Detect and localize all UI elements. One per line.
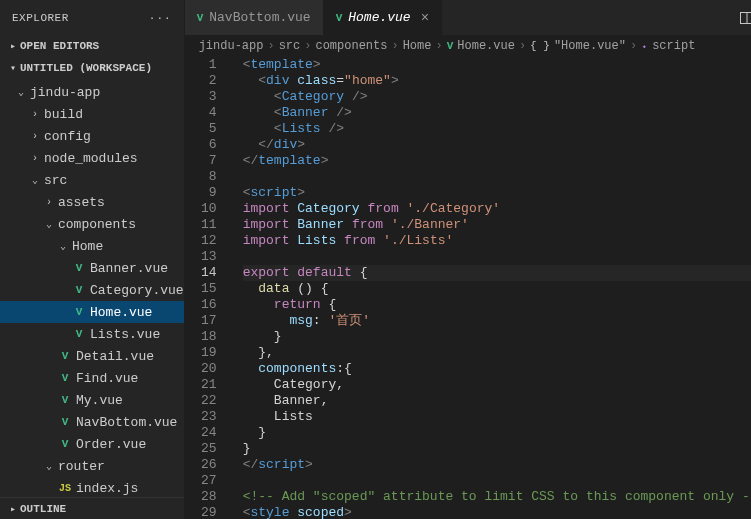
chevron-down-icon: ⌄ [28, 174, 42, 186]
section-label: OPEN EDITORS [20, 40, 99, 52]
tree-file-home-vue[interactable]: VHome.vue [0, 301, 184, 323]
code-line[interactable]: } [243, 329, 751, 345]
chevron-right-icon: › [28, 153, 42, 164]
code-line[interactable]: <div class="home"> [243, 73, 751, 89]
tree-file-banner[interactable]: VBanner.vue [0, 257, 184, 279]
tree-folder-home[interactable]: ⌄Home [0, 235, 184, 257]
code-line[interactable] [243, 249, 751, 265]
code-line[interactable]: import Lists from './Lists' [243, 233, 751, 249]
code-line[interactable]: <Category /> [243, 89, 751, 105]
vue-icon: V [76, 328, 83, 340]
code-line[interactable]: } [243, 441, 751, 457]
code-line[interactable] [243, 169, 751, 185]
code-line[interactable]: msg: '首页' [243, 313, 751, 329]
code-content[interactable]: <template> <div class="home"> <Category … [229, 57, 751, 519]
chevron-down-icon: ▾ [6, 62, 20, 74]
file-tree: ⌄jindu-app ›build ›config ›node_modules … [0, 79, 184, 497]
code-line[interactable]: data () { [243, 281, 751, 297]
code-line[interactable]: components:{ [243, 361, 751, 377]
chevron-down-icon: ⌄ [14, 86, 28, 98]
vue-icon: V [62, 394, 69, 406]
tree-folder-root[interactable]: ⌄jindu-app [0, 81, 184, 103]
breadcrumb-item[interactable]: jindu-app [199, 39, 264, 53]
tree-folder-config[interactable]: ›config [0, 125, 184, 147]
split-editor-icon[interactable] [739, 10, 751, 26]
code-line[interactable]: }, [243, 345, 751, 361]
chevron-right-icon: › [42, 197, 56, 208]
vue-icon: V [62, 438, 69, 450]
code-line[interactable]: return { [243, 297, 751, 313]
section-workspace[interactable]: ▾ UNTITLED (WORKSPACE) [0, 57, 184, 79]
code-line[interactable]: import Category from './Category' [243, 201, 751, 217]
tab-label: NavBottom.vue [209, 10, 310, 25]
chevron-right-icon: › [28, 109, 42, 120]
tree-folder-components[interactable]: ⌄components [0, 213, 184, 235]
line-number-gutter: 1234567891011121314151617181920212223242… [185, 57, 229, 519]
chevron-down-icon: ⌄ [42, 460, 56, 472]
section-label: OUTLINE [20, 503, 66, 515]
code-line[interactable]: </template> [243, 153, 751, 169]
chevron-right-icon: ▸ [6, 40, 20, 52]
tree-file-my[interactable]: VMy.vue [0, 389, 184, 411]
code-line[interactable] [243, 473, 751, 489]
tree-folder-build[interactable]: ›build [0, 103, 184, 125]
code-line[interactable]: Category, [243, 377, 751, 393]
tree-file-detail[interactable]: VDetail.vue [0, 345, 184, 367]
tree-folder-assets[interactable]: ›assets [0, 191, 184, 213]
tree-folder-router[interactable]: ⌄router [0, 455, 184, 477]
breadcrumb-item[interactable]: VHome.vue [447, 39, 515, 53]
section-outline[interactable]: ▸ OUTLINE [0, 497, 184, 519]
svg-rect-0 [741, 12, 751, 23]
code-line[interactable]: <script> [243, 185, 751, 201]
tree-folder-src[interactable]: ⌄src [0, 169, 184, 191]
tab-bar: V NavBottom.vue V Home.vue × [185, 0, 751, 35]
tree-file-order[interactable]: VOrder.vue [0, 433, 184, 455]
tab-navbottom[interactable]: V NavBottom.vue [185, 0, 324, 35]
tree-file-find[interactable]: VFind.vue [0, 367, 184, 389]
section-open-editors[interactable]: ▸ OPEN EDITORS [0, 35, 184, 57]
symbol-icon: ⬩ [641, 40, 648, 52]
vue-icon: V [62, 350, 69, 362]
code-line[interactable]: export default { [243, 265, 751, 281]
code-line[interactable]: Banner, [243, 393, 751, 409]
code-line[interactable]: import Banner from './Banner' [243, 217, 751, 233]
breadcrumb-item[interactable]: components [315, 39, 387, 53]
code-line[interactable]: Lists [243, 409, 751, 425]
explorer-header: EXPLORER ··· [0, 0, 184, 35]
vue-icon: V [197, 12, 204, 24]
tree-file-index-js[interactable]: JSindex.js [0, 477, 184, 497]
explorer-title: EXPLORER [12, 12, 69, 24]
tree-file-category[interactable]: VCategory.vue [0, 279, 184, 301]
tree-folder-node-modules[interactable]: ›node_modules [0, 147, 184, 169]
vue-icon: V [76, 284, 83, 296]
chevron-down-icon: ⌄ [56, 240, 70, 252]
code-line[interactable]: <style scoped> [243, 505, 751, 519]
code-line[interactable]: } [243, 425, 751, 441]
close-icon[interactable]: × [417, 10, 429, 26]
breadcrumb-item[interactable]: ⬩script [641, 39, 695, 53]
breadcrumb-item[interactable]: Home [403, 39, 432, 53]
code-line[interactable]: <!-- Add "scoped" attribute to limit CSS… [243, 489, 751, 505]
breadcrumb-item[interactable]: { }"Home.vue" [530, 39, 626, 53]
code-line[interactable]: </script> [243, 457, 751, 473]
tree-file-lists[interactable]: VLists.vue [0, 323, 184, 345]
tab-home[interactable]: V Home.vue × [324, 0, 442, 35]
code-line[interactable]: <Lists /> [243, 121, 751, 137]
vue-icon: V [62, 416, 69, 428]
vue-icon: V [76, 306, 83, 318]
more-icon[interactable]: ··· [149, 12, 172, 24]
section-label: UNTITLED (WORKSPACE) [20, 62, 152, 74]
braces-icon: { } [530, 40, 550, 52]
tab-label: Home.vue [348, 10, 410, 25]
tree-file-navbottom[interactable]: VNavBottom.vue [0, 411, 184, 433]
code-line[interactable]: </div> [243, 137, 751, 153]
explorer-sidebar: EXPLORER ··· ▸ OPEN EDITORS ▾ UNTITLED (… [0, 0, 185, 519]
editor-area: V NavBottom.vue V Home.vue × jindu-app› … [185, 0, 751, 519]
vue-icon: V [76, 262, 83, 274]
code-line[interactable]: <Banner /> [243, 105, 751, 121]
vue-icon: V [336, 12, 343, 24]
breadcrumb-item[interactable]: src [279, 39, 301, 53]
vue-icon: V [62, 372, 69, 384]
code-line[interactable]: <template> [243, 57, 751, 73]
code-editor[interactable]: 1234567891011121314151617181920212223242… [185, 57, 751, 519]
